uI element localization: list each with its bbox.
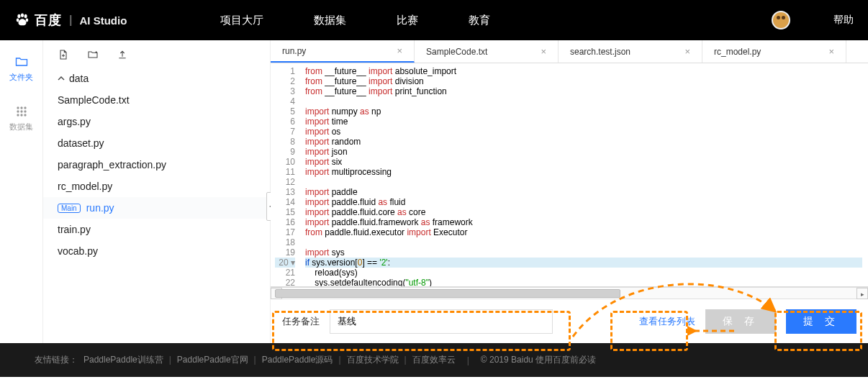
scroll-thumb[interactable] bbox=[275, 289, 620, 298]
upload-icon[interactable] bbox=[117, 49, 128, 60]
tree-file[interactable]: args.py bbox=[43, 111, 270, 132]
grid-icon bbox=[14, 104, 30, 119]
top-header: 百度 | AI Studio 项目大厅 数据集 比赛 教育 帮助 bbox=[0, 0, 868, 40]
tree-file[interactable]: rc_model.py bbox=[43, 176, 270, 197]
code-editor[interactable]: 1234567891011121314151617181920 ▾2122232… bbox=[271, 63, 868, 287]
svg-point-10 bbox=[24, 110, 26, 112]
logo-divider: | bbox=[69, 14, 72, 27]
nav-datasets[interactable]: 数据集 bbox=[314, 14, 346, 27]
left-rail: 文件夹 数据集 bbox=[0, 40, 43, 343]
paw-icon bbox=[14, 12, 30, 28]
tree-file-main[interactable]: Mainrun.py bbox=[43, 197, 270, 219]
editor-tab[interactable]: rc_model.py× bbox=[702, 40, 846, 63]
svg-point-6 bbox=[20, 106, 22, 109]
svg-point-3 bbox=[17, 19, 19, 22]
close-icon[interactable]: × bbox=[828, 46, 834, 57]
folder-icon bbox=[14, 55, 30, 69]
tree-folder-label: data bbox=[69, 73, 89, 84]
svg-point-1 bbox=[21, 13, 24, 17]
workspace: 文件夹 数据集 data SampleCode.txtargs.pydatase… bbox=[0, 40, 868, 343]
sidebar-item-label: 数据集 bbox=[9, 122, 33, 132]
close-icon[interactable]: × bbox=[684, 46, 690, 57]
svg-point-12 bbox=[20, 114, 22, 116]
tree-file[interactable]: dataset.py bbox=[43, 132, 270, 154]
footer-link[interactable]: PaddlePaddle源码 bbox=[262, 355, 333, 365]
svg-point-13 bbox=[24, 114, 26, 116]
file-tree-panel: data SampleCode.txtargs.pydataset.pypara… bbox=[43, 40, 271, 343]
tree-toolbar bbox=[43, 40, 270, 65]
editor-tab[interactable]: SampleCode.txt× bbox=[415, 40, 559, 63]
tab-label: run.py bbox=[282, 46, 306, 56]
footer-copyright: © 2019 Baidu 使用百度前必读 bbox=[481, 354, 596, 366]
save-button[interactable]: 保 存 bbox=[705, 309, 776, 334]
code-content: from __future__ import absolute_importfr… bbox=[299, 63, 868, 286]
tree-file[interactable]: SampleCode.txt bbox=[43, 89, 270, 111]
new-file-icon[interactable] bbox=[58, 49, 69, 60]
note-input[interactable] bbox=[330, 309, 553, 334]
svg-point-0 bbox=[17, 14, 20, 19]
footer-link[interactable]: PaddlePaddle官网 bbox=[177, 355, 248, 365]
file-tree: data SampleCode.txtargs.pydataset.pypara… bbox=[43, 65, 270, 265]
scroll-right-button[interactable]: ▸ bbox=[856, 288, 868, 299]
logo[interactable]: 百度 | AI Studio bbox=[14, 12, 127, 29]
tasklist-link[interactable]: 查看任务列表 bbox=[639, 315, 695, 328]
caret-up-icon bbox=[58, 75, 65, 82]
tree-file[interactable]: paragraph_extraction.py bbox=[43, 154, 270, 176]
nav-education[interactable]: 教育 bbox=[469, 14, 490, 27]
help-link[interactable]: 帮助 bbox=[833, 14, 854, 27]
sidebar-item-label: 文件夹 bbox=[9, 72, 33, 83]
footer-link[interactable]: 百度技术学院 bbox=[347, 355, 399, 365]
svg-point-11 bbox=[17, 114, 19, 116]
line-gutter: 1234567891011121314151617181920 ▾2122232… bbox=[271, 63, 299, 286]
svg-point-5 bbox=[17, 106, 19, 109]
logo-suffix: AI Studio bbox=[79, 14, 127, 27]
tree-file[interactable]: train.py bbox=[43, 219, 270, 240]
submit-button[interactable]: 提 交 bbox=[786, 309, 856, 334]
nav-competitions[interactable]: 比赛 bbox=[397, 14, 418, 27]
tree-file[interactable]: vocab.py bbox=[43, 240, 270, 262]
new-folder-icon[interactable] bbox=[87, 49, 99, 60]
footer-link[interactable]: PaddlePaddle训练营 bbox=[83, 355, 163, 365]
footer-link[interactable]: 百度效率云 bbox=[412, 355, 456, 365]
tab-label: search.test.json bbox=[570, 47, 630, 57]
svg-point-9 bbox=[20, 110, 22, 112]
svg-point-8 bbox=[17, 110, 19, 112]
footer-prefix: 友情链接： bbox=[35, 354, 78, 366]
close-icon[interactable]: × bbox=[541, 46, 546, 57]
svg-point-4 bbox=[26, 19, 29, 22]
top-nav: 项目大厅 数据集 比赛 教育 bbox=[220, 14, 490, 27]
nav-projects[interactable]: 项目大厅 bbox=[220, 14, 263, 27]
editor-tab[interactable]: run.py× bbox=[271, 40, 415, 63]
main-badge: Main bbox=[58, 204, 81, 213]
editor-panel: ◂ run.py×SampleCode.txt×search.test.json… bbox=[271, 40, 868, 343]
tab-label: SampleCode.txt bbox=[426, 47, 487, 57]
avatar[interactable] bbox=[772, 11, 790, 29]
note-label: 任务备注 bbox=[282, 315, 320, 328]
tree-folder-data[interactable]: data bbox=[43, 68, 270, 89]
editor-tab[interactable]: search.test.json× bbox=[559, 40, 702, 63]
horizontal-scrollbar[interactable]: ◂ ▸ bbox=[271, 287, 868, 299]
sidebar-item-datasets[interactable]: 数据集 bbox=[9, 104, 33, 132]
svg-point-2 bbox=[24, 14, 27, 19]
sidebar-item-files[interactable]: 文件夹 bbox=[9, 55, 33, 83]
close-icon[interactable]: × bbox=[397, 45, 402, 56]
footer: 友情链接： PaddlePaddle训练营|PaddlePaddle官网|Pad… bbox=[0, 343, 868, 377]
editor-tabs: run.py×SampleCode.txt×search.test.json×r… bbox=[271, 40, 868, 63]
task-bar: 任务备注 查看任务列表 保 存 提 交 bbox=[271, 299, 868, 343]
tab-label: rc_model.py bbox=[714, 47, 761, 57]
logo-text: 百度 bbox=[35, 12, 62, 29]
svg-point-7 bbox=[24, 106, 26, 109]
